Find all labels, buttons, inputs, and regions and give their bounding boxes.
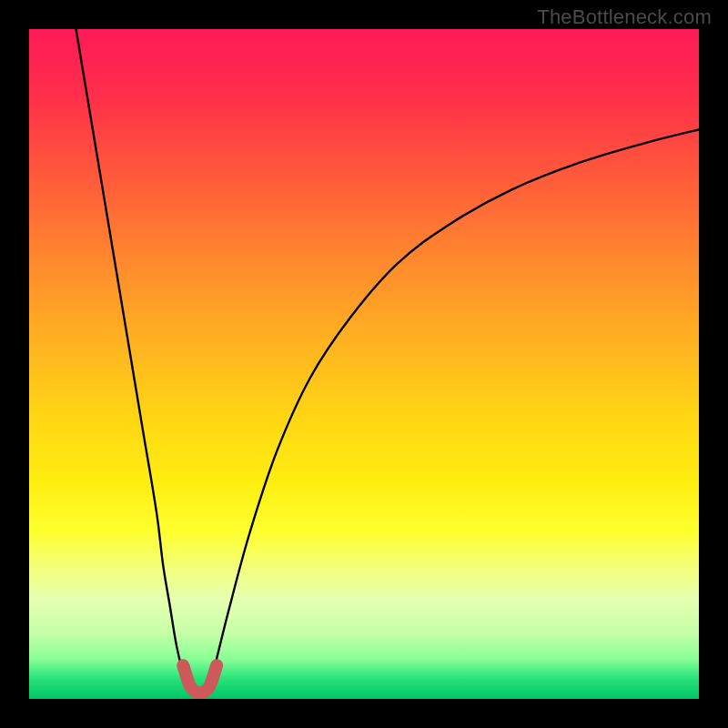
curve-right-branch bbox=[210, 129, 699, 685]
chart-frame: TheBottleneck.com bbox=[0, 0, 728, 728]
curve-left-branch bbox=[76, 29, 190, 685]
watermark-text: TheBottleneck.com bbox=[537, 5, 712, 29]
valley-marker bbox=[183, 665, 217, 693]
curve-layer bbox=[29, 29, 699, 699]
bottleneck-curve bbox=[76, 29, 699, 685]
plot-area bbox=[29, 29, 699, 699]
